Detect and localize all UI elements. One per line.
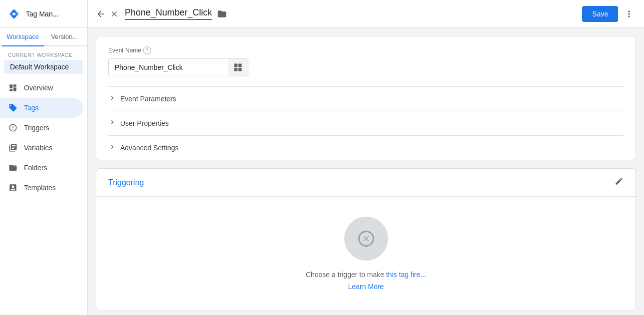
triggering-edit-button[interactable] <box>615 177 624 188</box>
user-properties-row[interactable]: User Properties <box>96 111 636 135</box>
templates-icon <box>8 183 18 193</box>
sidebar-header: Tag Man... <box>0 0 87 28</box>
sidebar-item-triggers-label: Triggers <box>24 124 49 132</box>
sidebar-item-folders[interactable]: Folders <box>0 158 83 178</box>
tag-icon <box>8 103 18 113</box>
triggering-learn-more-link[interactable]: Learn More <box>348 283 384 291</box>
folders-icon <box>8 163 18 173</box>
sidebar-item-templates[interactable]: Templates <box>0 178 83 198</box>
topbar-folder-icon[interactable] <box>217 9 227 19</box>
overview-icon <box>8 83 18 93</box>
svg-rect-5 <box>238 68 242 71</box>
sidebar-item-overview[interactable]: Overview <box>0 78 83 98</box>
main-area: Phone_Number_Click Save Event Name ? <box>88 0 644 315</box>
advanced-settings-row[interactable]: Advanced Settings <box>96 136 636 160</box>
sidebar-item-variables-label: Variables <box>24 144 52 152</box>
sidebar-nav: Overview Tags Triggers Variables <box>0 78 87 198</box>
triggering-card: Triggering Choose a trigger to make this… <box>96 168 636 311</box>
save-button[interactable]: Save <box>582 6 618 22</box>
user-properties-chevron <box>108 118 116 128</box>
svg-rect-3 <box>238 64 242 67</box>
tab-versions[interactable]: Version... <box>44 28 86 46</box>
sidebar-item-overview-label: Overview <box>24 84 53 92</box>
triggering-empty-state: Choose a trigger to make this tag fire..… <box>96 197 636 311</box>
workspace-name[interactable]: Default Workspace <box>4 60 83 74</box>
variable-icon <box>8 143 18 153</box>
tab-workspace[interactable]: Workspace <box>2 28 44 46</box>
topbar: Phone_Number_Click Save <box>88 0 644 28</box>
event-name-row <box>108 58 624 76</box>
advanced-settings-chevron <box>108 143 116 153</box>
event-name-help-icon[interactable]: ? <box>143 46 151 54</box>
topbar-title: Phone_Number_Click <box>125 7 212 20</box>
event-name-variable-button[interactable] <box>228 58 248 76</box>
back-button[interactable] <box>96 9 106 19</box>
gtm-logo <box>6 6 22 22</box>
trigger-circle-inner <box>358 231 374 247</box>
user-properties-label: User Properties <box>120 119 169 127</box>
triggering-empty-text: Choose a trigger to make this tag fire..… <box>306 271 426 279</box>
more-options-button[interactable] <box>622 7 636 21</box>
advanced-settings-label: Advanced Settings <box>120 144 179 152</box>
app-title: Tag Man... <box>26 10 58 18</box>
sidebar-item-variables[interactable]: Variables <box>0 138 83 158</box>
trigger-icon <box>8 123 18 133</box>
triggering-header: Triggering <box>96 169 636 197</box>
main-content: Event Name ? Event Parameters <box>88 28 644 315</box>
trigger-empty-icon <box>344 217 388 261</box>
sidebar-item-folders-label: Folders <box>24 164 47 172</box>
sidebar: Tag Man... Workspace Version... CURRENT … <box>0 0 88 315</box>
event-parameters-chevron <box>108 94 116 104</box>
close-button[interactable] <box>110 9 119 18</box>
sidebar-item-templates-label: Templates <box>24 184 56 192</box>
event-parameters-row[interactable]: Event Parameters <box>96 87 636 111</box>
event-name-section: Event Name ? <box>96 36 636 86</box>
sidebar-item-triggers[interactable]: Triggers <box>0 118 83 138</box>
svg-rect-2 <box>234 64 238 67</box>
event-name-label: Event Name ? <box>108 46 624 54</box>
sidebar-item-tags[interactable]: Tags <box>0 98 83 118</box>
sidebar-tabs: Workspace Version... <box>0 28 87 46</box>
sidebar-item-tags-label: Tags <box>24 104 39 112</box>
svg-rect-1 <box>13 12 15 15</box>
event-parameters-label: Event Parameters <box>120 95 176 103</box>
event-name-input[interactable] <box>108 58 228 76</box>
triggering-title: Triggering <box>108 178 615 187</box>
workspace-label: CURRENT WORKSPACE <box>0 46 87 60</box>
event-config-card: Event Name ? Event Parameters <box>96 36 636 160</box>
svg-rect-4 <box>234 68 238 71</box>
